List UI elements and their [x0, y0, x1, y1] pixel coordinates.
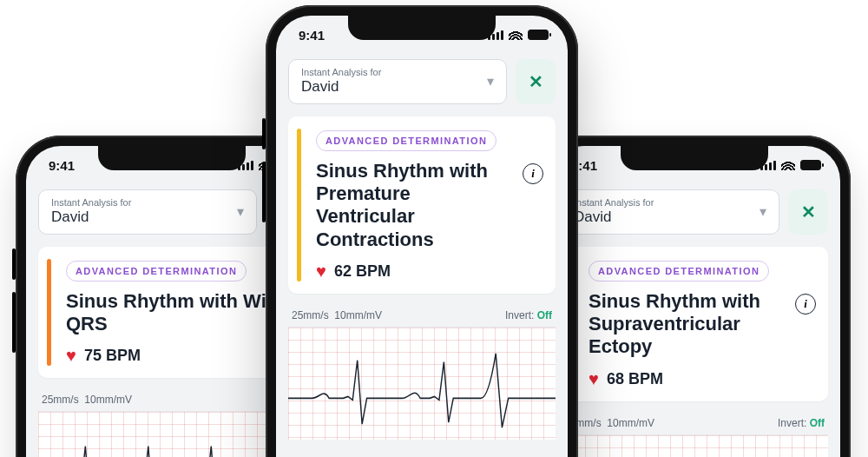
determination-badge: ADVANCED DETERMINATION — [589, 261, 769, 281]
result-card: ADVANCED DETERMINATION Sinus Rhythm with… — [288, 116, 556, 295]
chevron-down-icon: ▾ — [760, 203, 766, 220]
bpm-value: 62 BPM — [334, 262, 391, 281]
bpm-row: ♥ 62 BPM — [316, 262, 543, 281]
result-title: Sinus Rhythm with Supraventricular Ectop… — [589, 290, 786, 359]
wifi-icon — [509, 30, 523, 40]
ecg-graph[interactable] — [561, 434, 828, 457]
heart-icon: ♥ — [66, 346, 76, 366]
selector-value: David — [51, 209, 131, 226]
wifi-icon — [781, 160, 795, 170]
ecg-waveform-icon — [561, 435, 828, 457]
ecg-waveform-icon — [288, 328, 556, 440]
ecg-gain: 10mm/mV — [607, 417, 654, 429]
app-body: Instant Analysis for David ▾ ✕ ADVANCED … — [276, 54, 568, 440]
phone-notch — [98, 146, 246, 170]
ecg-gain: 10mm/mV — [334, 309, 382, 321]
ecg-speed: 25mm/s — [292, 309, 329, 321]
result-title: Sinus Rhythm with Premature Ventricular … — [316, 160, 514, 252]
selector-label: Instant Analysis for — [574, 197, 654, 209]
close-button[interactable]: ✕ — [516, 59, 556, 104]
selector-label: Instant Analysis for — [301, 67, 381, 78]
info-icon[interactable]: i — [523, 163, 543, 184]
ecg-scale-row: 25mm/s 10mm/mV Invert: Off — [561, 417, 828, 429]
battery-icon — [528, 30, 549, 40]
close-icon: ✕ — [801, 202, 816, 222]
selector-row: Instant Analysis for David ▾ ✕ — [288, 59, 556, 104]
selector-label: Instant Analysis for — [51, 197, 131, 209]
result-title: Sinus Rhythm with Wide QRS — [66, 290, 293, 336]
phone-notch — [348, 16, 496, 40]
selector-row: Instant Analysis for David ▾ ✕ — [561, 189, 828, 235]
battery-icon — [800, 160, 821, 170]
status-time: 9:41 — [299, 28, 325, 43]
selector-value: David — [574, 209, 654, 226]
invert-toggle[interactable]: Off — [537, 309, 552, 321]
close-button[interactable]: ✕ — [788, 189, 828, 235]
patient-selector[interactable]: Instant Analysis for David ▾ — [288, 59, 507, 104]
app-body: Instant Analysis for David ▾ ✕ ADVANCED … — [549, 184, 840, 457]
bpm-value: 75 BPM — [84, 347, 141, 365]
phone-screen: 9:41 Instant Analysis for David ▾ ✕ — [549, 146, 840, 457]
ecg-graph[interactable] — [288, 327, 556, 440]
heart-icon: ♥ — [316, 262, 326, 281]
status-right — [760, 160, 821, 170]
phone-screen: 9:41 Instant Analysis for David ▾ ✕ — [276, 16, 568, 457]
invert-toggle[interactable]: Off — [810, 417, 825, 429]
info-icon[interactable]: i — [795, 294, 816, 315]
selector-value: David — [301, 78, 381, 96]
status-time: 9:41 — [49, 158, 75, 173]
phone-right: 9:41 Instant Analysis for David ▾ ✕ — [538, 136, 851, 457]
close-icon: ✕ — [529, 71, 543, 92]
determination-badge: ADVANCED DETERMINATION — [316, 130, 496, 151]
invert-label: Invert: — [505, 309, 534, 321]
invert-label: Invert: — [778, 417, 806, 429]
bpm-row: ♥ 68 BPM — [589, 369, 816, 389]
phone-center: 9:41 Instant Analysis for David ▾ ✕ — [266, 5, 578, 457]
result-card: ADVANCED DETERMINATION Sinus Rhythm with… — [561, 247, 828, 401]
phone-notch — [621, 146, 768, 170]
chevron-down-icon: ▾ — [237, 203, 244, 220]
bpm-value: 68 BPM — [607, 370, 663, 388]
patient-selector[interactable]: Instant Analysis for David ▾ — [561, 189, 779, 235]
status-right — [488, 30, 549, 40]
determination-badge: ADVANCED DETERMINATION — [66, 261, 247, 281]
ecg-speed: 25mm/s — [42, 394, 79, 406]
heart-icon: ♥ — [589, 369, 599, 389]
chevron-down-icon: ▾ — [487, 73, 494, 89]
ecg-gain: 10mm/mV — [84, 394, 132, 406]
bpm-row: ♥ 75 BPM — [66, 346, 293, 366]
ecg-scale-row: 25mm/s 10mm/mV Invert: Off — [288, 309, 556, 321]
patient-selector[interactable]: Instant Analysis for David ▾ — [38, 189, 257, 235]
